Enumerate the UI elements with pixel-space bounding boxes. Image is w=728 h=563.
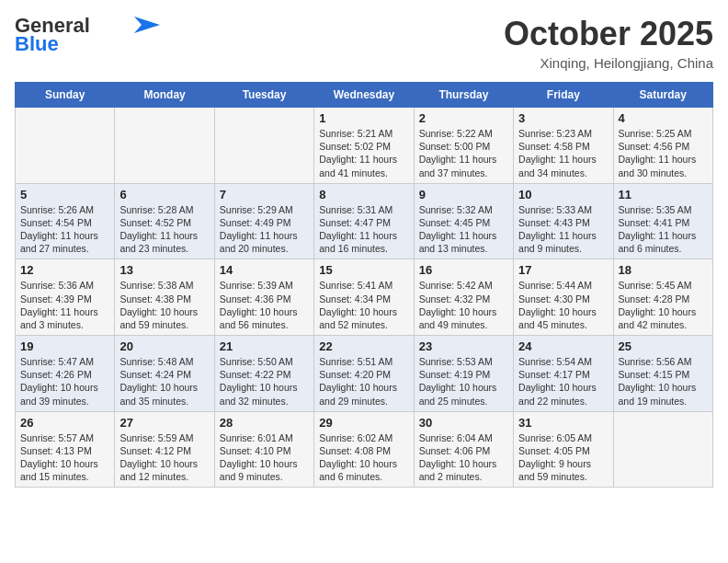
calendar-cell: 10Sunrise: 5:33 AM Sunset: 4:43 PM Dayli… bbox=[514, 183, 613, 259]
calendar-cell: 20Sunrise: 5:48 AM Sunset: 4:24 PM Dayli… bbox=[115, 336, 214, 412]
day-number: 19 bbox=[20, 339, 109, 353]
calendar-cell: 17Sunrise: 5:44 AM Sunset: 4:30 PM Dayli… bbox=[514, 259, 613, 336]
calendar-cell: 13Sunrise: 5:38 AM Sunset: 4:38 PM Dayli… bbox=[115, 259, 214, 336]
calendar-cell: 15Sunrise: 5:41 AM Sunset: 4:34 PM Dayli… bbox=[314, 259, 414, 336]
logo-icon bbox=[134, 17, 160, 33]
day-info: Sunrise: 5:35 AM Sunset: 4:41 PM Dayligh… bbox=[619, 203, 708, 256]
day-info: Sunrise: 6:01 AM Sunset: 4:10 PM Dayligh… bbox=[220, 431, 309, 484]
day-info: Sunrise: 5:28 AM Sunset: 4:52 PM Dayligh… bbox=[119, 203, 209, 256]
calendar-cell: 30Sunrise: 6:04 AM Sunset: 4:06 PM Dayli… bbox=[414, 411, 513, 488]
day-number: 1 bbox=[319, 111, 408, 125]
calendar-week-row: 12Sunrise: 5:36 AM Sunset: 4:39 PM Dayli… bbox=[16, 259, 713, 336]
calendar-week-row: 26Sunrise: 5:57 AM Sunset: 4:13 PM Dayli… bbox=[16, 411, 713, 488]
col-header-wednesday: Wednesday bbox=[314, 83, 414, 108]
day-info: Sunrise: 6:05 AM Sunset: 4:05 PM Dayligh… bbox=[518, 431, 608, 484]
calendar-cell: 25Sunrise: 5:56 AM Sunset: 4:15 PM Dayli… bbox=[613, 336, 712, 412]
day-info: Sunrise: 5:29 AM Sunset: 4:49 PM Dayligh… bbox=[220, 203, 309, 256]
calendar-cell: 5Sunrise: 5:26 AM Sunset: 4:54 PM Daylig… bbox=[16, 183, 115, 259]
col-header-tuesday: Tuesday bbox=[214, 83, 313, 108]
calendar-cell bbox=[214, 108, 313, 184]
day-number: 4 bbox=[619, 111, 708, 125]
month-year-title: October 2025 bbox=[504, 15, 713, 53]
day-number: 15 bbox=[319, 263, 408, 277]
day-number: 25 bbox=[619, 339, 708, 353]
day-info: Sunrise: 5:56 AM Sunset: 4:15 PM Dayligh… bbox=[619, 355, 708, 408]
day-info: Sunrise: 5:42 AM Sunset: 4:32 PM Dayligh… bbox=[419, 279, 508, 331]
day-info: Sunrise: 5:47 AM Sunset: 4:26 PM Dayligh… bbox=[20, 355, 109, 408]
day-number: 20 bbox=[119, 339, 209, 353]
day-info: Sunrise: 5:31 AM Sunset: 4:47 PM Dayligh… bbox=[319, 203, 408, 256]
calendar-cell: 9Sunrise: 5:32 AM Sunset: 4:45 PM Daylig… bbox=[414, 183, 513, 259]
day-number: 22 bbox=[319, 339, 408, 353]
day-number: 30 bbox=[419, 416, 508, 430]
page-header: General Blue October 2025 Xinqing, Heilo… bbox=[15, 15, 713, 71]
calendar-cell: 19Sunrise: 5:47 AM Sunset: 4:26 PM Dayli… bbox=[16, 336, 115, 412]
day-info: Sunrise: 5:33 AM Sunset: 4:43 PM Dayligh… bbox=[518, 203, 608, 256]
calendar-cell: 31Sunrise: 6:05 AM Sunset: 4:05 PM Dayli… bbox=[514, 411, 613, 488]
day-info: Sunrise: 5:50 AM Sunset: 4:22 PM Dayligh… bbox=[220, 355, 309, 408]
day-number: 28 bbox=[220, 416, 309, 430]
calendar-cell: 6Sunrise: 5:28 AM Sunset: 4:52 PM Daylig… bbox=[115, 183, 214, 259]
day-info: Sunrise: 5:59 AM Sunset: 4:12 PM Dayligh… bbox=[119, 431, 209, 484]
day-number: 2 bbox=[419, 111, 508, 125]
day-info: Sunrise: 5:41 AM Sunset: 4:34 PM Dayligh… bbox=[319, 279, 408, 331]
calendar-cell: 2Sunrise: 5:22 AM Sunset: 5:00 PM Daylig… bbox=[414, 108, 513, 184]
day-number: 26 bbox=[20, 416, 109, 430]
calendar-cell: 4Sunrise: 5:25 AM Sunset: 4:56 PM Daylig… bbox=[613, 108, 712, 184]
day-number: 31 bbox=[518, 416, 608, 430]
calendar-cell: 24Sunrise: 5:54 AM Sunset: 4:17 PM Dayli… bbox=[514, 336, 613, 412]
calendar-cell: 3Sunrise: 5:23 AM Sunset: 4:58 PM Daylig… bbox=[514, 108, 613, 184]
title-block: October 2025 Xinqing, Heilongjiang, Chin… bbox=[504, 15, 713, 71]
day-info: Sunrise: 5:25 AM Sunset: 4:56 PM Dayligh… bbox=[619, 127, 708, 179]
calendar-cell: 27Sunrise: 5:59 AM Sunset: 4:12 PM Dayli… bbox=[115, 411, 214, 488]
day-info: Sunrise: 6:02 AM Sunset: 4:08 PM Dayligh… bbox=[319, 431, 408, 484]
day-number: 27 bbox=[119, 416, 209, 430]
col-header-thursday: Thursday bbox=[414, 83, 513, 108]
day-number: 10 bbox=[518, 188, 608, 201]
day-info: Sunrise: 5:23 AM Sunset: 4:58 PM Dayligh… bbox=[518, 127, 608, 179]
calendar-cell: 7Sunrise: 5:29 AM Sunset: 4:49 PM Daylig… bbox=[214, 183, 313, 259]
day-number: 11 bbox=[619, 188, 708, 201]
calendar-cell: 1Sunrise: 5:21 AM Sunset: 5:02 PM Daylig… bbox=[314, 108, 414, 184]
day-info: Sunrise: 5:53 AM Sunset: 4:19 PM Dayligh… bbox=[419, 355, 508, 408]
day-info: Sunrise: 5:48 AM Sunset: 4:24 PM Dayligh… bbox=[119, 355, 209, 408]
calendar-cell bbox=[16, 108, 115, 184]
calendar-header-row: SundayMondayTuesdayWednesdayThursdayFrid… bbox=[16, 83, 713, 108]
day-number: 16 bbox=[419, 263, 508, 277]
day-number: 12 bbox=[20, 263, 109, 277]
day-info: Sunrise: 5:32 AM Sunset: 4:45 PM Dayligh… bbox=[419, 203, 508, 256]
day-info: Sunrise: 5:51 AM Sunset: 4:20 PM Dayligh… bbox=[319, 355, 408, 408]
day-number: 17 bbox=[518, 263, 608, 277]
day-number: 29 bbox=[319, 416, 408, 430]
day-info: Sunrise: 5:36 AM Sunset: 4:39 PM Dayligh… bbox=[20, 279, 109, 331]
day-number: 23 bbox=[419, 339, 508, 353]
day-number: 21 bbox=[220, 339, 309, 353]
calendar-cell: 14Sunrise: 5:39 AM Sunset: 4:36 PM Dayli… bbox=[214, 259, 313, 336]
calendar-cell: 8Sunrise: 5:31 AM Sunset: 4:47 PM Daylig… bbox=[314, 183, 414, 259]
day-number: 5 bbox=[20, 188, 109, 201]
calendar-cell: 23Sunrise: 5:53 AM Sunset: 4:19 PM Dayli… bbox=[414, 336, 513, 412]
col-header-sunday: Sunday bbox=[16, 83, 115, 108]
day-number: 13 bbox=[119, 263, 209, 277]
day-info: Sunrise: 5:38 AM Sunset: 4:38 PM Dayligh… bbox=[119, 279, 209, 331]
day-number: 14 bbox=[220, 263, 309, 277]
day-info: Sunrise: 5:45 AM Sunset: 4:28 PM Dayligh… bbox=[619, 279, 708, 331]
calendar-cell: 28Sunrise: 6:01 AM Sunset: 4:10 PM Dayli… bbox=[214, 411, 313, 488]
day-info: Sunrise: 6:04 AM Sunset: 4:06 PM Dayligh… bbox=[419, 431, 508, 484]
logo: General Blue bbox=[15, 15, 160, 55]
day-info: Sunrise: 5:44 AM Sunset: 4:30 PM Dayligh… bbox=[518, 279, 608, 331]
calendar-table: SundayMondayTuesdayWednesdayThursdayFrid… bbox=[15, 82, 713, 488]
day-info: Sunrise: 5:57 AM Sunset: 4:13 PM Dayligh… bbox=[20, 431, 109, 484]
day-info: Sunrise: 5:21 AM Sunset: 5:02 PM Dayligh… bbox=[319, 127, 408, 179]
calendar-cell: 18Sunrise: 5:45 AM Sunset: 4:28 PM Dayli… bbox=[613, 259, 712, 336]
day-number: 8 bbox=[319, 188, 408, 201]
calendar-cell bbox=[115, 108, 214, 184]
calendar-cell: 22Sunrise: 5:51 AM Sunset: 4:20 PM Dayli… bbox=[314, 336, 414, 412]
calendar-cell: 29Sunrise: 6:02 AM Sunset: 4:08 PM Dayli… bbox=[314, 411, 414, 488]
day-number: 6 bbox=[119, 188, 209, 201]
day-number: 7 bbox=[220, 188, 309, 201]
col-header-friday: Friday bbox=[514, 83, 613, 108]
day-number: 9 bbox=[419, 188, 508, 201]
calendar-cell: 11Sunrise: 5:35 AM Sunset: 4:41 PM Dayli… bbox=[613, 183, 712, 259]
calendar-week-row: 1Sunrise: 5:21 AM Sunset: 5:02 PM Daylig… bbox=[16, 108, 713, 184]
